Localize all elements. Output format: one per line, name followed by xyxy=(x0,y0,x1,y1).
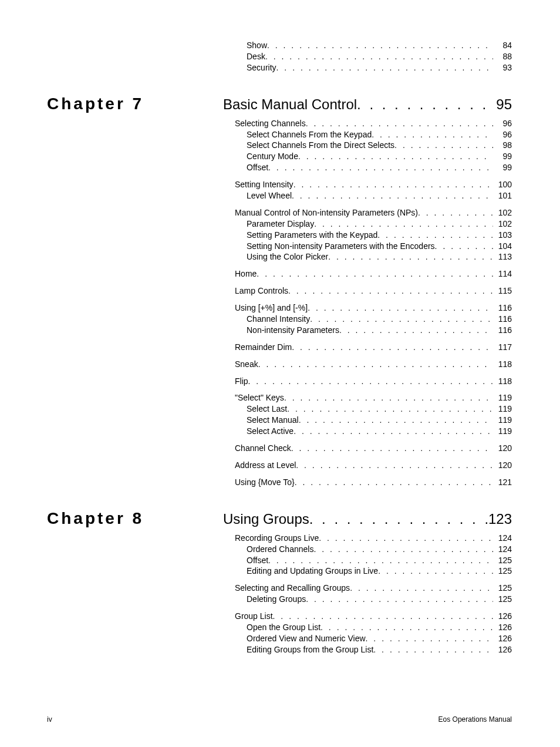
toc-page: 116 xyxy=(493,314,512,325)
toc-entry[interactable]: Sneak118 xyxy=(47,359,512,370)
toc-entry[interactable]: Remainder Dim117 xyxy=(47,342,512,353)
page-number: iv xyxy=(47,715,52,724)
toc-label: Home xyxy=(235,268,257,280)
toc-dots xyxy=(328,251,493,263)
toc-entry[interactable]: Setting Non-intensity Parameters with th… xyxy=(47,241,512,252)
toc-page: 117 xyxy=(493,342,512,353)
toc-label: Level Wheel xyxy=(247,190,292,201)
toc-entry[interactable]: Offset99 xyxy=(47,162,512,173)
toc-entry[interactable]: Ordered View and Numeric View126 xyxy=(47,633,512,644)
toc-label: Channel Intensity xyxy=(247,314,310,325)
toc-entry[interactable]: Non-intensity Parameters116 xyxy=(47,325,512,336)
toc-label: Flip xyxy=(235,376,248,387)
toc-page: 96 xyxy=(493,118,512,129)
chapter-heading-8[interactable]: Chapter 8 Using Groups 123 xyxy=(47,509,512,528)
toc-dots xyxy=(310,314,493,325)
toc-dots xyxy=(306,118,493,129)
toc-entry[interactable]: Manual Control of Non-intensity Paramete… xyxy=(47,207,512,218)
toc-label: Setting Intensity xyxy=(235,179,294,190)
toc-page: 119 xyxy=(493,415,512,426)
toc-entry[interactable]: Level Wheel101 xyxy=(47,190,512,201)
toc-group: Sneak118 xyxy=(47,359,512,370)
toc-label: Lamp Controls xyxy=(235,285,288,297)
toc-label: Setting Non-intensity Parameters with th… xyxy=(247,241,435,252)
toc-page: 114 xyxy=(493,268,512,280)
toc-label: Select Channels From the Direct Selects xyxy=(247,140,394,151)
toc-dots xyxy=(267,40,493,51)
toc-entry[interactable]: Flip118 xyxy=(47,376,512,387)
toc-label: Manual Control of Non-intensity Paramete… xyxy=(235,207,418,218)
toc-entry[interactable]: Home114 xyxy=(47,268,512,280)
toc-page: 116 xyxy=(493,325,512,336)
toc-dots xyxy=(295,477,493,488)
toc-page: 125 xyxy=(493,583,512,594)
toc-entry[interactable]: Open the Group List126 xyxy=(47,622,512,633)
toc-dots xyxy=(276,62,493,73)
toc-entry[interactable]: Offset125 xyxy=(47,555,512,566)
toc-entry[interactable]: Deleting Groups125 xyxy=(47,594,512,605)
toc-group: Selecting Channels96 Select Channels Fro… xyxy=(47,118,512,173)
toc-label: Group List xyxy=(235,611,273,622)
toc-entry[interactable]: Security 93 xyxy=(47,62,512,73)
toc-entry[interactable]: Select Channels From the Direct Selects9… xyxy=(47,140,512,151)
toc-entry[interactable]: Selecting and Recalling Groups125 xyxy=(47,583,512,594)
toc-dots xyxy=(321,622,493,633)
toc-group: Setting Intensity100 Level Wheel101 xyxy=(47,179,512,201)
toc-entry[interactable]: Channel Intensity116 xyxy=(47,314,512,325)
toc-entry[interactable]: Show 84 xyxy=(47,40,512,51)
toc-page: 100 xyxy=(493,179,512,190)
toc-page: 93 xyxy=(493,62,512,73)
toc-page: 96 xyxy=(493,129,512,140)
toc-entry[interactable]: Editing and Updating Groups in Live125 xyxy=(47,566,512,577)
toc-page: 115 xyxy=(493,285,512,297)
toc-entry[interactable]: Editing Groups from the Group List126 xyxy=(47,644,512,655)
toc-label: Select Channels From the Keypad xyxy=(247,129,372,140)
toc-label: Show xyxy=(247,40,267,51)
toc-entry[interactable]: Recording Groups Live124 xyxy=(47,533,512,544)
toc-entry[interactable]: Parameter Display102 xyxy=(47,218,512,230)
toc-entry[interactable]: Select Channels From the Keypad96 xyxy=(47,129,512,140)
toc-page: 99 xyxy=(493,162,512,173)
toc-entry[interactable]: Ordered Channels124 xyxy=(47,544,512,555)
toc-label: Selecting Channels xyxy=(235,118,306,129)
toc-label: Non-intensity Parameters xyxy=(247,325,339,336)
toc-entry[interactable]: Address at Level120 xyxy=(47,460,512,471)
toc-dots xyxy=(435,241,493,252)
toc-label: Setting Parameters with the Keypad xyxy=(247,230,377,241)
toc-label: Using the Color Picker xyxy=(247,251,328,263)
toc-dots xyxy=(294,426,493,437)
chapter-number: Chapter 8 xyxy=(47,509,223,528)
toc-page: 126 xyxy=(493,611,512,622)
toc-dots xyxy=(284,392,493,403)
toc-group: Manual Control of Non-intensity Paramete… xyxy=(47,207,512,263)
toc-label: Select Active xyxy=(247,426,294,437)
toc-entry[interactable]: Channel Check120 xyxy=(47,443,512,454)
toc-entry[interactable]: Setting Intensity100 xyxy=(47,179,512,190)
toc-label: Parameter Display xyxy=(247,218,314,230)
toc-entry[interactable]: Desk 88 xyxy=(47,51,512,62)
page-footer: iv Eos Operations Manual xyxy=(47,715,512,724)
chapter-page: 95 xyxy=(493,96,512,113)
toc-entry[interactable]: Lamp Controls115 xyxy=(47,285,512,297)
toc-entry[interactable]: "Select" Keys119 xyxy=(47,392,512,403)
toc-entry[interactable]: Select Active119 xyxy=(47,426,512,437)
toc-page: 120 xyxy=(493,460,512,471)
toc-dots xyxy=(258,359,493,370)
toc-dots xyxy=(308,302,493,314)
toc-entry[interactable]: Setting Parameters with the Keypad103 xyxy=(47,230,512,241)
toc-group: Channel Check120 xyxy=(47,443,512,454)
toc-entry[interactable]: Selecting Channels96 xyxy=(47,118,512,129)
toc-entry[interactable]: Select Manual119 xyxy=(47,415,512,426)
toc-entry[interactable]: Century Mode99 xyxy=(47,151,512,162)
toc-page: 116 xyxy=(493,302,512,314)
toc-entry[interactable]: Select Last119 xyxy=(47,403,512,415)
toc-entry[interactable]: Using the Color Picker113 xyxy=(47,251,512,263)
toc-page: 126 xyxy=(493,633,512,644)
toc-entry[interactable]: Group List126 xyxy=(47,611,512,622)
chapter-heading-7[interactable]: Chapter 7 Basic Manual Control 95 xyxy=(47,95,512,113)
toc-page: 124 xyxy=(493,544,512,555)
toc-entry[interactable]: Using [+%] and [-%]116 xyxy=(47,302,512,314)
toc-entry[interactable]: Using {Move To}121 xyxy=(47,477,512,488)
chapter-dots xyxy=(309,511,488,527)
toc-dots xyxy=(418,207,493,218)
